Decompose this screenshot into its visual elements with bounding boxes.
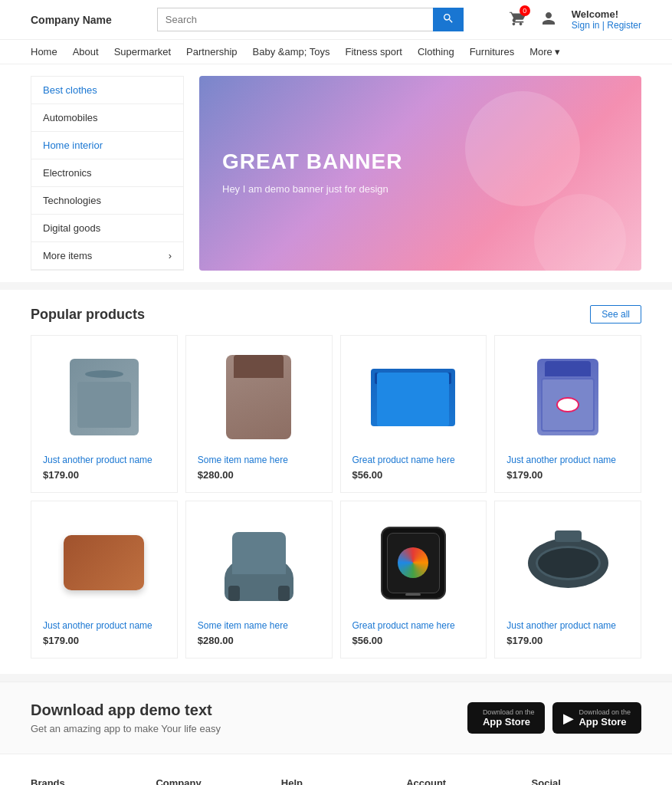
footer-company-heading: Company <box>156 777 265 785</box>
person-icon <box>541 11 556 26</box>
app-store-button-1[interactable]: Download on the App Store <box>467 702 546 734</box>
footer-account: Account User Login User register Account… <box>406 777 516 785</box>
welcome-area: Welcome! Sign in | Register <box>572 8 641 31</box>
nav-home[interactable]: Home <box>31 46 57 57</box>
product-name[interactable]: Some item name here <box>198 620 320 631</box>
cart-button[interactable]: 0 <box>509 10 526 29</box>
search-input[interactable] <box>157 8 433 31</box>
search-bar <box>157 8 464 31</box>
sidebar-item-automobiles[interactable]: Automobiles <box>31 104 183 132</box>
nav-clothing[interactable]: Clothing <box>418 46 454 57</box>
register-link[interactable]: Register <box>607 20 641 31</box>
sign-in-link[interactable]: Sign in <box>572 20 600 31</box>
nav-fitness[interactable]: Fitness sport <box>346 46 402 57</box>
product-image <box>506 513 629 613</box>
footer-brands-heading: Brands <box>31 777 140 785</box>
products-grid: Just another product name $179.00 Some i… <box>31 335 641 659</box>
chevron-right-icon: › <box>169 250 172 261</box>
product-price: $179.00 <box>43 469 166 481</box>
product-image <box>198 513 320 613</box>
app-buttons: Download on the App Store ▶ Download on … <box>467 702 641 734</box>
product-card[interactable]: Great product name here $56.00 <box>340 501 487 659</box>
product-card[interactable]: Just another product name $179.00 <box>31 501 178 659</box>
sidebar-item-more[interactable]: More items › <box>31 242 183 270</box>
product-card[interactable]: Just another product name $179.00 <box>31 335 178 493</box>
product-name[interactable]: Just another product name <box>43 455 166 465</box>
footer-social: Social f Facebook 🐦 Twitter ◎ Instagram … <box>532 777 641 785</box>
product-name[interactable]: Just another product name <box>506 620 629 631</box>
nav-furnitures[interactable]: Furnitures <box>470 46 515 57</box>
product-image <box>43 513 166 613</box>
product-price: $56.00 <box>352 635 475 646</box>
search-button[interactable] <box>433 8 464 31</box>
product-price: $179.00 <box>43 635 166 646</box>
footer-company: Company About us Career Find a store Rul… <box>156 777 265 785</box>
cart-badge: 0 <box>520 5 530 16</box>
welcome-label: Welcome! <box>572 8 641 20</box>
banner-circle-1 <box>465 91 580 206</box>
product-name[interactable]: Just another product name <box>506 455 629 465</box>
chevron-down-icon: ▾ <box>555 46 560 57</box>
download-text: Download app demo text Get an amazing ap… <box>31 701 221 734</box>
product-card[interactable]: Great product name here $56.00 <box>340 335 487 493</box>
product-image <box>43 347 166 447</box>
product-image <box>352 513 475 613</box>
footer-account-heading: Account <box>406 777 516 785</box>
footer-links: Brands Adidas Puma Reebok Nike Company A… <box>0 754 672 785</box>
sidebar-item-home-interior[interactable]: Home interior <box>31 132 183 159</box>
download-section: Download app demo text Get an amazing ap… <box>0 682 672 754</box>
nav-baby-toys[interactable]: Baby &amp; Toys <box>253 46 330 57</box>
sidebar-item-best-clothes[interactable]: Best clothes <box>31 77 183 104</box>
product-card[interactable]: Just another product name $179.00 <box>494 501 641 659</box>
search-icon <box>442 12 454 25</box>
product-name[interactable]: Great product name here <box>352 620 475 631</box>
see-all-button[interactable]: See all <box>590 305 641 324</box>
navigation: Home About Supermarket Partnership Baby … <box>0 40 672 64</box>
sidebar-item-electronics[interactable]: Electronics <box>31 159 183 187</box>
sidebar-item-technologies[interactable]: Technologies <box>31 187 183 215</box>
header-right: 0 Welcome! Sign in | Register <box>509 8 641 31</box>
product-card[interactable]: Some item name here $280.00 <box>185 335 333 493</box>
hero-banner: GREAT BANNER Hey I am demo banner just f… <box>199 76 641 271</box>
product-image <box>198 347 320 447</box>
products-header: Popular products See all <box>31 305 641 324</box>
nav-about[interactable]: About <box>73 46 99 57</box>
google-play-icon: ▶ <box>563 710 574 727</box>
app-btn-label-2: Download on the App Store <box>579 708 631 728</box>
nav-partnership[interactable]: Partnership <box>186 46 237 57</box>
product-price: $179.00 <box>506 469 629 481</box>
products-title: Popular products <box>31 307 145 323</box>
product-card[interactable]: Just another product name $179.00 <box>494 335 641 493</box>
logo: Company Name <box>31 14 112 26</box>
product-image <box>506 347 629 447</box>
download-subtitle: Get an amazing app to make Your life eas… <box>31 723 221 734</box>
user-icon <box>541 11 556 28</box>
nav-supermarket[interactable]: Supermarket <box>114 46 171 57</box>
footer-help-heading: Help <box>281 777 391 785</box>
product-name[interactable]: Just another product name <box>43 620 166 631</box>
footer-brands: Brands Adidas Puma Reebok Nike <box>31 777 140 785</box>
app-store-button-2[interactable]: ▶ Download on the App Store <box>552 702 641 734</box>
products-section: Popular products See all Just another pr… <box>0 290 672 674</box>
footer-help: Help Contact us Money refund Order statu… <box>281 777 391 785</box>
product-price: $56.00 <box>352 469 475 481</box>
nav-more[interactable]: More ▾ <box>529 46 560 57</box>
app-btn-label-1: Download on the App Store <box>483 708 535 728</box>
product-card[interactable]: Some item name here $280.00 <box>185 501 333 659</box>
footer-social-heading: Social <box>532 777 641 785</box>
download-title: Download app demo text <box>31 701 221 719</box>
main-content: Best clothes Automobiles Home interior E… <box>0 64 672 282</box>
product-image <box>352 347 475 447</box>
sign-links: Sign in | Register <box>572 20 641 31</box>
product-price: $280.00 <box>198 469 320 481</box>
product-name[interactable]: Some item name here <box>198 455 320 465</box>
product-price: $280.00 <box>198 635 320 646</box>
sidebar-item-digital-goods[interactable]: Digital goods <box>31 215 183 242</box>
header: Company Name 0 Welcome! Sign in | Reg <box>0 0 672 40</box>
sidebar: Best clothes Automobiles Home interior E… <box>31 76 184 271</box>
product-price: $179.00 <box>506 635 629 646</box>
banner-circle-2 <box>534 194 626 271</box>
product-name[interactable]: Great product name here <box>352 455 475 465</box>
